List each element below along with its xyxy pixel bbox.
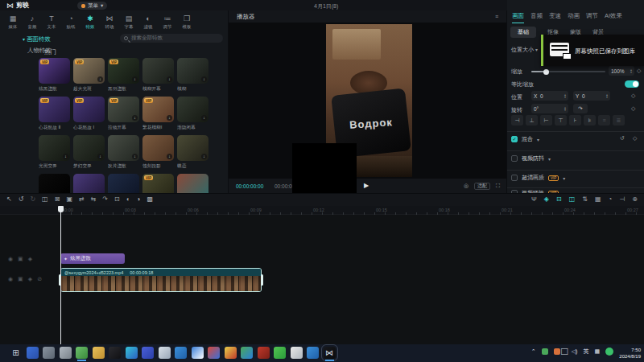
track-icon[interactable]: ◈ [28,256,32,262]
position-y-stepper[interactable]: Y 0▴▾ [573,91,610,101]
effect-item[interactable]: VIP↓拉镜开幕 [108,97,139,135]
effect-thumbnail[interactable]: ↓ [142,58,174,84]
track-icon[interactable]: ◈ [28,276,32,282]
effect-thumbnail[interactable]: ↓ [177,135,208,161]
wechat-app[interactable] [274,347,286,359]
checkbox-视频防抖[interactable] [511,155,518,162]
ime-indicator[interactable]: 英 [583,348,588,356]
asset-tab-字幕[interactable]: ▤字幕 [119,12,138,33]
effect-thumbnail[interactable]: ↓ [108,135,139,161]
inspector-row-混合[interactable]: ✓混合▾↺◇ [511,135,539,143]
camera-app[interactable] [159,347,171,359]
checkbox-视频降噪[interactable] [511,190,518,193]
freeze-frame-button[interactable]: ▣ [66,195,72,203]
effect-item[interactable]: VIP [142,174,174,193]
security-shield-app[interactable] [27,347,39,359]
effect-item[interactable]: ↓梦幻交界 [73,135,105,174]
zoom-fit-button[interactable]: ⊣ [619,195,625,203]
asset-tab-媒体[interactable]: ▦媒体 [3,12,23,33]
effect-item[interactable]: VIP↓黑羽迸散 [108,58,139,97]
notes-app[interactable] [60,347,72,359]
track-icon[interactable]: ◉ [8,256,13,262]
media-app[interactable] [208,347,220,359]
effect-thumbnail[interactable]: ↓ [39,135,70,161]
reset-rotation-icon[interactable]: ◇ [631,105,635,112]
align-button-5[interactable]: ⊧ [584,115,596,125]
asset-tab-模板[interactable]: ❒模板 [177,12,196,33]
inspector-tab-调节[interactable]: 调节 [586,12,598,23]
inspector-tab-画面[interactable]: 画面 [512,12,524,23]
effect-thumbnail[interactable]: ↓ [177,58,208,84]
video-stage[interactable]: Водрок [229,23,506,179]
browser-360-app[interactable] [76,347,88,359]
laptop-app[interactable] [258,347,270,359]
effect-thumbnail[interactable]: VIP↓ [73,58,105,84]
effect-thumbnail[interactable]: VIP [73,97,105,122]
redo-button[interactable]: ↻ [30,195,35,203]
asset-tab-文本[interactable]: T文本 [42,12,61,33]
effect-item[interactable]: ↓胶片迸散 [108,135,139,174]
link-toggle[interactable]: ⊟ [556,195,562,203]
record-audio-button[interactable]: Ψ [531,195,537,203]
qq-app[interactable] [109,347,121,359]
effect-item[interactable]: VIP心花怒放 Ⅰ [73,97,105,135]
effect-item[interactable]: ↓蚀刻投影 [142,135,174,174]
player-app[interactable] [225,347,237,359]
volume-tray-icon[interactable]: ◁) [572,348,578,355]
align-button-1[interactable]: ⊥ [526,115,538,125]
track-height-button[interactable]: ⇅ [582,195,588,203]
scale-value-stepper[interactable]: 100%▴▾ [609,66,634,76]
player-menu-icon[interactable]: ≡ [495,14,498,19]
grid-tray-icon[interactable]: ▦ [594,348,600,355]
reset-scale-icon[interactable]: ◇ [637,68,641,74]
effect-item[interactable] [39,174,70,193]
effect-thumbnail[interactable]: ↓ [73,135,105,161]
track-icon[interactable]: ▣ [18,256,23,262]
capcut-app[interactable]: ⋈ [324,347,336,359]
effect-thumbnail[interactable]: VIP↓ [108,58,139,84]
effect-item[interactable]: ↓模糊 [177,58,208,97]
scale-slider[interactable] [531,71,605,72]
photos-app[interactable] [241,347,253,359]
store-app[interactable] [175,347,187,359]
track-icon[interactable]: ▣ [18,276,23,282]
snapshot-button[interactable]: ▦ [595,195,601,203]
timeline-settings-button[interactable]: ⊕ [632,195,638,203]
file-explorer[interactable] [93,347,105,359]
rotate-button[interactable]: ↷ [102,195,108,203]
chroma-key-button[interactable]: ◐ [126,195,130,203]
netdisk-app[interactable] [192,347,204,359]
rotate-dial-button[interactable]: ↷ [573,104,588,113]
effect-item[interactable] [177,174,208,193]
crop-button[interactable]: ⊡ [114,195,120,203]
reverse-button[interactable]: ⇄ [79,195,85,203]
position-size-section[interactable]: 位置大小 ▾ [511,46,538,54]
asset-tab-滤镜[interactable]: ◐滤镜 [138,12,158,33]
effect-thumbnail[interactable]: VIP↓ [108,97,139,122]
position-x-stepper[interactable]: X 0▴▾ [531,91,568,101]
effect-thumbnail[interactable] [177,174,208,193]
sidebar-item-screen-effects[interactable]: ▾画面特效 [23,35,51,43]
effect-thumbnail[interactable] [39,174,70,193]
select-tool[interactable]: ↖ [6,195,12,203]
effect-thumbnail[interactable] [73,174,105,193]
green-status-icon[interactable] [605,348,613,356]
tray-expand-chevron[interactable]: ⌃ [531,348,536,355]
recognize-button[interactable]: ▩ [147,195,153,203]
scale-slider-knob[interactable] [543,69,549,75]
video-clip[interactable]: @sexygym2024+d52223.mp4 00:00:09:18 [60,268,262,292]
reset-position-icon[interactable]: ◇ [631,93,635,99]
inspector-tab-音频[interactable]: 音频 [530,12,543,23]
inspector-tab-AI效果[interactable]: AI效果 [605,12,622,23]
checkbox-混合[interactable]: ✓ [511,136,518,142]
track-icon[interactable]: ⊘ [37,276,42,282]
asset-tab-音频[interactable]: ♪音频 [23,12,42,33]
circle-app[interactable] [142,347,154,359]
edge-browser[interactable] [126,347,138,359]
fit-dropdown[interactable]: 适配 [474,183,490,190]
effect-item[interactable]: VIP心花怒放 Ⅱ [39,97,70,135]
effect-clip[interactable]: ✦ 炫黑迸散 [60,253,125,264]
effect-thumbnail[interactable]: ↓ [142,135,174,161]
effect-item[interactable] [108,174,139,193]
reset-row-icon[interactable]: ◇ [633,135,637,142]
